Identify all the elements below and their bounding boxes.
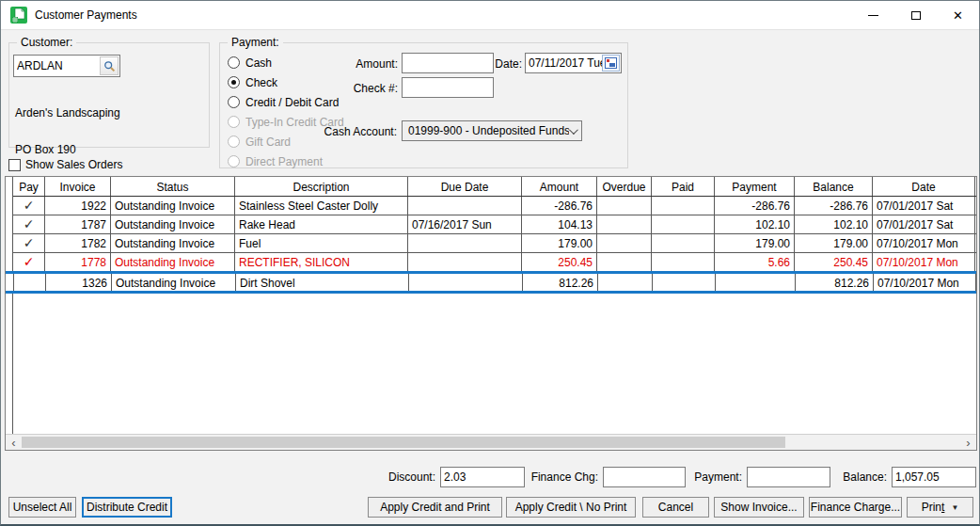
scroll-right-arrow-icon[interactable]: › (960, 435, 976, 450)
col-header-due-date[interactable]: Due Date (408, 177, 522, 196)
payment-method-label: Credit / Debit Card (245, 96, 339, 109)
radio-icon (228, 116, 240, 128)
date-field[interactable]: 07/11/2017 Tue (525, 53, 622, 73)
radio-icon (228, 96, 240, 108)
check-number-input[interactable] (402, 77, 494, 98)
invoice-table: Pay Invoice Status Description Due Date … (5, 176, 977, 451)
customer-lookup (13, 55, 120, 77)
cell-amount: 179.00 (522, 234, 597, 252)
address-line: PO Box 190 (15, 144, 120, 156)
apply-credit-and-print-button[interactable]: Apply Credit and Print (368, 497, 502, 518)
titlebar: Customer Payments ✕ (1, 1, 979, 30)
finance-charge-button[interactable]: Finance Charge... (809, 497, 902, 518)
cell-paid (652, 234, 715, 252)
cell-paid (652, 197, 715, 215)
col-header-date[interactable]: Date (873, 177, 975, 196)
cell-date: 07/10/2017 Mon (873, 253, 975, 271)
payment-method[interactable]: Cash (228, 53, 344, 72)
col-header-status[interactable]: Status (111, 177, 235, 196)
payment-method[interactable]: Check (228, 72, 344, 92)
pay-check-icon[interactable]: ✓ (13, 234, 45, 252)
table-row[interactable]: ✓1922Outstanding InvoiceStainless Steel … (13, 197, 976, 215)
scrollbar-thumb[interactable] (22, 437, 785, 448)
close-button[interactable]: ✕ (937, 1, 979, 29)
cell-balance: 179.00 (795, 234, 873, 252)
cell-invoice: 1782 (45, 234, 111, 252)
minimize-button[interactable] (852, 1, 894, 29)
payment-methods: Cash Check Credit / Debit Card Type-In C… (228, 53, 344, 171)
customer-search-button[interactable] (100, 56, 119, 75)
distribute-credit-button[interactable]: Distribute Credit (82, 497, 172, 518)
table-row[interactable]: ✓1787Outstanding InvoiceRake Head07/16/2… (13, 215, 976, 234)
cell-due_date (409, 274, 523, 291)
cell-balance: 102.10 (795, 215, 873, 233)
balance-total-label: Balance: (788, 470, 887, 484)
maximize-button[interactable] (894, 1, 937, 29)
col-header-description[interactable]: Description (235, 177, 408, 196)
cell-payment (716, 274, 796, 291)
pay-check-icon[interactable]: ✓ (13, 197, 45, 215)
print-button[interactable]: Print ▼ (907, 497, 973, 518)
payment-method[interactable]: Credit / Debit Card (228, 92, 344, 112)
cell-date: 07/01/2017 Sat (873, 197, 975, 215)
col-header-overdue[interactable]: Overdue (597, 177, 652, 196)
pay-check-icon[interactable]: ✓ (13, 215, 45, 233)
cell-payment: -286.76 (715, 197, 795, 215)
payment-method-label: Check (245, 76, 277, 89)
amount-input[interactable] (402, 53, 494, 73)
customer-code-input[interactable] (14, 56, 100, 76)
cell-invoice: 1787 (45, 215, 111, 233)
cell-description: Dirt Shovel (236, 274, 409, 291)
radio-icon (228, 56, 240, 69)
cash-account-select[interactable]: 01999-900 - Undeposited Funds (402, 120, 582, 141)
col-header-balance[interactable]: Balance (795, 177, 873, 196)
table-row[interactable]: 1326Outstanding InvoiceDirt Shovel812.26… (6, 271, 976, 294)
cancel-button[interactable]: Cancel (642, 497, 709, 518)
horizontal-scrollbar[interactable]: ‹ › (6, 434, 976, 450)
print-mnemonic: t (941, 501, 944, 514)
cell-date: 07/01/2017 Sat (873, 215, 975, 233)
cell-description: Fuel (235, 234, 408, 252)
cell-balance: 250.45 (795, 253, 873, 271)
calendar-icon (605, 57, 617, 69)
calendar-button[interactable] (602, 55, 620, 72)
customer-payments-window: Customer Payments ✕ Customer: Arden's La… (0, 0, 980, 526)
cell-description: Rake Head (235, 215, 408, 233)
pay-check-icon[interactable]: ✓ (13, 253, 45, 271)
payment-group-label: Payment: (228, 36, 283, 49)
cell-description: Stainless Steel Caster Dolly (235, 197, 408, 215)
cell-paid (653, 274, 716, 291)
col-header-payment[interactable]: Payment (715, 177, 795, 196)
cell-paid (652, 215, 715, 233)
cell-payment: 179.00 (715, 234, 795, 252)
cell-amount: 812.26 (523, 274, 598, 291)
payment-method-label: Gift Card (245, 135, 291, 149)
cell-overdue (597, 253, 652, 271)
unselect-all-button[interactable]: Unselect All (8, 497, 76, 518)
col-header-paid[interactable]: Paid (652, 177, 715, 196)
show-sales-orders-label: Show Sales Orders (25, 158, 122, 171)
table-row[interactable]: ✓1778Outstanding InvoiceRECTIFIER, SILIC… (13, 253, 976, 272)
payment-method-label: Direct Payment (245, 155, 323, 168)
pay-check-icon[interactable] (14, 274, 46, 291)
cell-description: RECTIFIER, SILICON (235, 253, 408, 271)
cell-overdue (597, 197, 652, 215)
cell-overdue (597, 234, 652, 252)
cell-invoice: 1922 (45, 197, 111, 215)
customer-group-label: Customer: (17, 36, 76, 49)
cell-status: Outstanding Invoice (111, 253, 235, 271)
cell-overdue (598, 274, 653, 291)
scroll-left-arrow-icon[interactable]: ‹ (6, 435, 22, 450)
show-invoice-button[interactable]: Show Invoice... (714, 497, 804, 518)
show-sales-orders-checkbox[interactable] (8, 159, 21, 171)
cell-status: Outstanding Invoice (112, 274, 236, 291)
table-row[interactable]: ✓1782Outstanding InvoiceFuel179.00179.00… (13, 234, 976, 253)
balance-total-input[interactable] (892, 467, 976, 487)
col-header-amount[interactable]: Amount (522, 177, 597, 196)
cell-payment: 102.10 (715, 215, 795, 233)
show-sales-orders[interactable]: Show Sales Orders (8, 158, 122, 171)
col-header-invoice[interactable]: Invoice (45, 177, 111, 196)
window-title: Customer Payments (35, 8, 137, 22)
apply-credit-no-print-button[interactable]: Apply Credit \ No Print (506, 497, 636, 518)
col-header-pay[interactable]: Pay (13, 177, 45, 196)
